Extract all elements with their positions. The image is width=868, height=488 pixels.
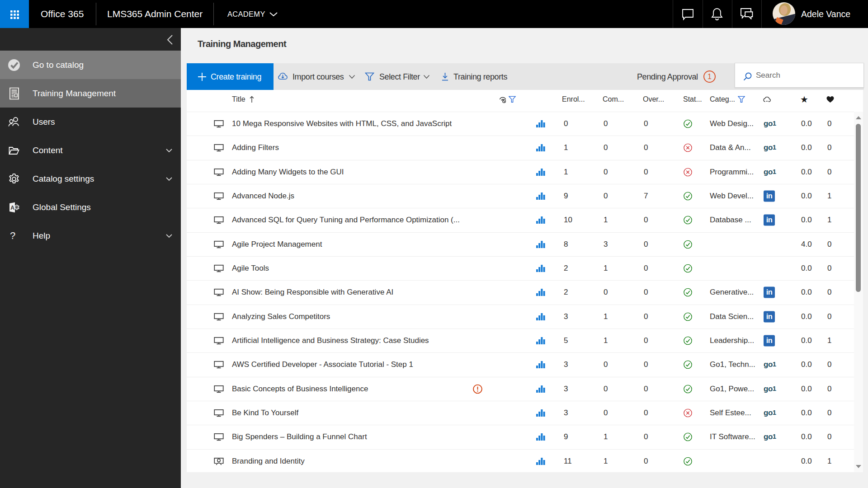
svg-text:A: A: [10, 204, 14, 211]
